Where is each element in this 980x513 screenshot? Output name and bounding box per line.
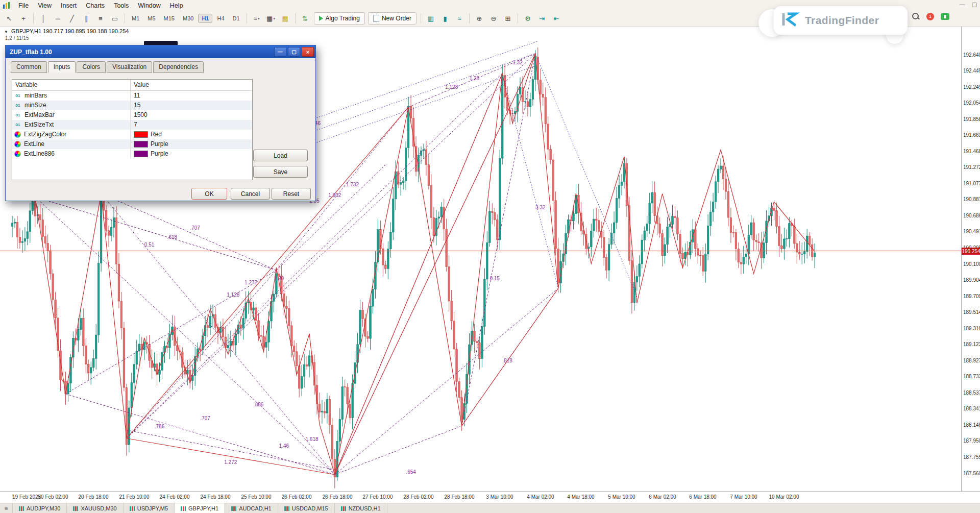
dialog-tab-common[interactable]: Common bbox=[11, 61, 47, 73]
timeframe-m30-button[interactable]: M30 bbox=[179, 14, 197, 23]
window-maximize-button[interactable]: ▢ bbox=[971, 1, 978, 8]
param-row-extline886[interactable]: ExtLine886Purple bbox=[12, 149, 252, 159]
chart-tab-gbpjpy-h1[interactable]: GBPJPY,H1 bbox=[175, 503, 225, 513]
reset-button[interactable]: Reset bbox=[272, 188, 311, 200]
notifications-icon[interactable]: 1 bbox=[926, 13, 934, 20]
timeframe-h1-button[interactable]: H1 bbox=[198, 14, 212, 23]
dialog-minimize-button[interactable]: — bbox=[274, 47, 286, 57]
param-value-cell[interactable]: Red bbox=[131, 130, 162, 139]
tile-windows-icon[interactable]: ⊞ bbox=[501, 12, 514, 25]
channel-tool-icon[interactable]: ∥ bbox=[80, 12, 93, 25]
algo-trading-button[interactable]: Algo Trading bbox=[314, 12, 365, 25]
svg-text:1.32: 1.32 bbox=[512, 60, 523, 65]
date-tick: 6 Mar 02:00 bbox=[649, 494, 676, 500]
param-row-extmaxbar[interactable]: 01ExtMaxBar1500 bbox=[12, 110, 252, 120]
menu-item-help[interactable]: Help bbox=[165, 1, 188, 10]
trendline-tool-icon[interactable]: ╱ bbox=[65, 12, 79, 25]
collapse-triangle-icon[interactable]: ▼ bbox=[4, 30, 8, 34]
window-minimize-button[interactable]: — bbox=[959, 1, 966, 8]
bar-chart-mode-icon[interactable]: ▥ bbox=[424, 12, 437, 25]
line-chart-mode-icon[interactable]: ≈ bbox=[453, 12, 466, 25]
vertical-line-tool-icon[interactable]: │ bbox=[37, 12, 50, 25]
price-tick: 190.686 bbox=[963, 213, 980, 218]
crosshair-tool-icon[interactable]: + bbox=[17, 12, 30, 25]
mt-terminal-window: FileViewInsertChartsToolsWindowHelp —▢ ↖… bbox=[0, 0, 980, 513]
timeframe-d1-button[interactable]: D1 bbox=[229, 14, 243, 23]
menu-item-window[interactable]: Window bbox=[133, 1, 165, 10]
timeframe-m5-button[interactable]: M5 bbox=[144, 14, 159, 23]
dialog-close-button[interactable]: × bbox=[302, 47, 314, 57]
tick-chart-icon[interactable]: ⇅ bbox=[299, 12, 312, 25]
cursor-tool-icon[interactable]: ↖ bbox=[3, 12, 16, 25]
shapes-tool-icon[interactable]: ▭ bbox=[108, 12, 121, 25]
price-tick: 192.249 bbox=[963, 84, 980, 90]
menu-item-charts[interactable]: Charts bbox=[81, 1, 109, 10]
price-tick: 189.318 bbox=[963, 326, 980, 331]
cancel-button[interactable]: Cancel bbox=[231, 188, 270, 200]
price-tick: 189.904 bbox=[963, 277, 980, 283]
svg-text:1.902: 1.902 bbox=[328, 192, 341, 198]
chart-list-button[interactable]: ≡ bbox=[0, 503, 13, 513]
column-variable[interactable]: Variable bbox=[12, 80, 131, 90]
horizontal-line-tool-icon[interactable]: ─ bbox=[51, 12, 64, 25]
chart-tab-nzdusd-h1[interactable]: NZDUSD,H1 bbox=[335, 503, 387, 513]
date-tick: 4 Mar 02:00 bbox=[527, 494, 554, 500]
auto-scroll-icon[interactable]: ⇥ bbox=[535, 12, 549, 25]
chart-tab-usdcad-m15[interactable]: USDCAD,M15 bbox=[278, 503, 335, 513]
search-icon[interactable] bbox=[912, 12, 920, 20]
menu-item-file[interactable]: File bbox=[14, 1, 33, 10]
indicators-list-icon[interactable]: ≈▾ bbox=[250, 12, 263, 25]
timeframe-m1-button[interactable]: M1 bbox=[128, 14, 143, 23]
column-value[interactable]: Value bbox=[131, 80, 149, 90]
dialog-titlebar[interactable]: ZUP_tflab 1.00 —▢× bbox=[6, 45, 315, 58]
menu-item-insert[interactable]: Insert bbox=[56, 1, 81, 10]
dialog-tab-colors[interactable]: Colors bbox=[77, 61, 106, 73]
param-row-extline[interactable]: ExtLinePurple bbox=[12, 139, 252, 149]
templates-icon[interactable]: ▦▾ bbox=[264, 12, 278, 25]
time-scale[interactable]: 19 Feb 202520 Feb 02:0020 Feb 18:0021 Fe… bbox=[0, 491, 980, 503]
param-value-cell[interactable]: 15 bbox=[131, 101, 140, 110]
price-scale[interactable]: 192.640192.445192.249192.054191.858191.6… bbox=[961, 26, 980, 491]
open-folder-icon[interactable]: ▤ bbox=[279, 12, 292, 25]
menu-item-view[interactable]: View bbox=[33, 1, 56, 10]
zoom-out-icon[interactable]: ⊖ bbox=[487, 12, 500, 25]
param-row-extsizetxt[interactable]: 01ExtSizeTxt7 bbox=[12, 120, 252, 130]
zoom-in-icon[interactable]: ⊕ bbox=[473, 12, 486, 25]
chart-tab-audcad-h1[interactable]: AUDCAD,H1 bbox=[225, 503, 278, 513]
timeframe-h4-button[interactable]: H4 bbox=[213, 14, 228, 23]
chart-tab-icon bbox=[130, 506, 135, 511]
ok-button[interactable]: OK bbox=[191, 188, 227, 200]
chart-shift-icon[interactable]: ⇤ bbox=[550, 12, 563, 25]
number-param-icon: 01 bbox=[14, 91, 21, 101]
price-tick: 191.468 bbox=[963, 149, 980, 154]
load-button[interactable]: Load bbox=[253, 150, 308, 161]
param-value-cell[interactable]: Purple bbox=[131, 149, 168, 159]
param-row-minbars[interactable]: 01minBars11 bbox=[12, 91, 252, 101]
param-value-cell[interactable]: Purple bbox=[131, 139, 168, 149]
chart-tab-usdjpy-m5[interactable]: USDJPY,M5 bbox=[124, 503, 175, 513]
param-value-cell[interactable]: 7 bbox=[131, 120, 137, 130]
param-value-cell[interactable]: 1500 bbox=[131, 110, 148, 120]
price-tick: 190.491 bbox=[963, 229, 980, 234]
date-tick: 24 Feb 02:00 bbox=[160, 494, 190, 500]
toolbar-separator bbox=[295, 13, 296, 23]
save-button[interactable]: Save bbox=[253, 166, 308, 178]
param-row-minsize[interactable]: 01minSize15 bbox=[12, 101, 252, 110]
chart-tab-audjpy-m30[interactable]: AUDJPY,M30 bbox=[13, 503, 67, 513]
menu-item-tools[interactable]: Tools bbox=[109, 1, 133, 10]
candle-chart-mode-icon[interactable]: ▮ bbox=[438, 12, 452, 25]
fibonacci-tool-icon[interactable]: ≡ bbox=[94, 12, 107, 25]
new-order-button[interactable]: New Order bbox=[368, 12, 416, 25]
param-value-cell[interactable]: 11 bbox=[131, 91, 140, 101]
dialog-tab-visualization[interactable]: Visualization bbox=[107, 61, 152, 73]
dialog-maximize-button[interactable]: ▢ bbox=[288, 47, 300, 57]
dialog-tab-inputs[interactable]: Inputs bbox=[48, 61, 76, 73]
param-row-extzigzagcolor[interactable]: ExtZigZagColorRed bbox=[12, 130, 252, 139]
account-status-icon[interactable] bbox=[941, 13, 949, 20]
svg-text:1.28: 1.28 bbox=[470, 76, 480, 81]
dialog-tab-dependencies[interactable]: Dependencies bbox=[153, 61, 204, 73]
timeframe-m15-button[interactable]: M15 bbox=[160, 14, 178, 23]
chart-tab-xauusd-m30[interactable]: XAUUSD,M30 bbox=[67, 503, 123, 513]
chart-tab-label: GBPJPY,H1 bbox=[188, 505, 218, 511]
strategy-tester-icon[interactable]: ⚙ bbox=[521, 12, 534, 25]
